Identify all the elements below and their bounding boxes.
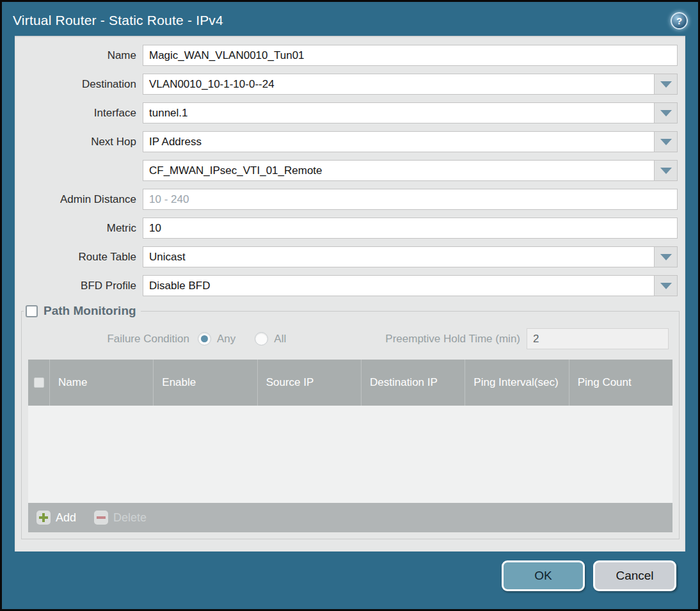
delete-button-label: Delete xyxy=(113,511,147,525)
interface-dropdown-button[interactable] xyxy=(655,102,678,123)
chevron-down-icon xyxy=(660,139,672,145)
path-monitoring-legend: Path Monitoring xyxy=(24,304,141,318)
next-hop-type-input[interactable] xyxy=(143,131,655,152)
chevron-down-icon xyxy=(660,168,672,174)
add-button-label: Add xyxy=(56,511,76,525)
chevron-down-icon xyxy=(660,254,672,260)
metric-label: Metric xyxy=(15,222,143,235)
next-hop-row: Next Hop xyxy=(15,131,678,152)
radio-any-label: Any xyxy=(217,333,235,345)
bfd-profile-row: BFD Profile xyxy=(15,275,678,296)
name-input[interactable] xyxy=(143,45,678,66)
table-header-row: Name Enable Source IP Destination IP Pin… xyxy=(28,360,672,406)
destination-input[interactable] xyxy=(143,74,655,95)
table-header-ping-count: Ping Count xyxy=(569,360,672,406)
preemptive-hold-time-label: Preemptive Hold Time (min) xyxy=(385,333,527,345)
failure-condition-row: Failure Condition Any All Preemptive Hol… xyxy=(22,328,669,349)
table-header-source-ip: Source IP xyxy=(257,360,361,406)
table-header-ping-interval: Ping Interval(sec) xyxy=(465,360,568,406)
radio-all[interactable] xyxy=(255,332,268,345)
name-row: Name xyxy=(15,45,678,66)
route-table-input[interactable] xyxy=(143,246,655,267)
bfd-profile-input[interactable] xyxy=(143,275,655,296)
bfd-profile-label: BFD Profile xyxy=(15,280,143,292)
static-route-dialog: { "dialog": { "title": "Virtual Router -… xyxy=(0,0,700,611)
bfd-profile-dropdown-button[interactable] xyxy=(655,275,678,296)
destination-dropdown-button[interactable] xyxy=(655,74,678,95)
route-table-label: Route Table xyxy=(15,251,143,264)
interface-row: Interface xyxy=(15,102,678,123)
next-hop-label: Next Hop xyxy=(15,136,143,148)
radio-all-label: All xyxy=(274,333,286,345)
metric-input[interactable] xyxy=(143,218,678,239)
table-footer: Add Delete xyxy=(28,503,672,532)
dialog-title: Virtual Router - Static Route - IPv4 xyxy=(13,13,223,28)
table-header-enable: Enable xyxy=(153,360,257,406)
admin-distance-label: Admin Distance xyxy=(15,193,143,206)
chevron-down-icon xyxy=(660,110,672,116)
metric-row: Metric xyxy=(15,218,678,239)
next-hop-type-dropdown-button[interactable] xyxy=(655,131,678,152)
dialog-footer: OK Cancel xyxy=(2,551,698,609)
destination-label: Destination xyxy=(15,78,143,91)
help-icon[interactable]: ? xyxy=(671,12,688,29)
name-label: Name xyxy=(15,49,143,62)
table-body-empty xyxy=(28,406,672,503)
next-hop-address-input[interactable] xyxy=(143,160,655,181)
path-monitoring-checkbox[interactable] xyxy=(26,305,38,317)
delete-button[interactable]: Delete xyxy=(94,511,147,525)
failure-condition-label: Failure Condition xyxy=(22,333,198,345)
dialog-body: Name Destination Interface Next Hop xyxy=(15,36,685,551)
path-monitoring-title: Path Monitoring xyxy=(44,304,136,318)
cancel-button[interactable]: Cancel xyxy=(593,560,676,591)
failure-condition-option-all: All xyxy=(255,332,286,345)
route-table-dropdown-button[interactable] xyxy=(655,246,678,267)
chevron-down-icon xyxy=(660,81,672,88)
destination-row: Destination xyxy=(15,74,678,95)
failure-condition-option-any: Any xyxy=(198,332,235,345)
table-header-name: Name xyxy=(49,360,153,406)
ok-button[interactable]: OK xyxy=(502,560,585,591)
select-all-checkbox[interactable] xyxy=(34,377,44,388)
interface-label: Interface xyxy=(15,107,143,120)
radio-any[interactable] xyxy=(198,332,211,345)
minus-icon xyxy=(94,511,108,525)
chevron-down-icon xyxy=(660,283,672,289)
interface-input[interactable] xyxy=(143,102,655,123)
plus-icon xyxy=(36,511,51,525)
path-monitoring-table: Name Enable Source IP Destination IP Pin… xyxy=(28,360,672,532)
add-button[interactable]: Add xyxy=(36,511,76,525)
preemptive-hold-time-input[interactable] xyxy=(527,328,669,349)
admin-distance-row: Admin Distance xyxy=(15,189,678,210)
next-hop-address-dropdown-button[interactable] xyxy=(655,160,678,181)
table-header-destination-ip: Destination IP xyxy=(361,360,465,406)
dialog-titlebar: Virtual Router - Static Route - IPv4 ? xyxy=(2,2,698,35)
admin-distance-input[interactable] xyxy=(143,189,678,210)
table-header-select xyxy=(28,360,49,406)
next-hop-address-row xyxy=(15,160,678,181)
route-table-row: Route Table xyxy=(15,246,678,267)
path-monitoring-section: Path Monitoring Failure Condition Any Al… xyxy=(21,304,680,539)
